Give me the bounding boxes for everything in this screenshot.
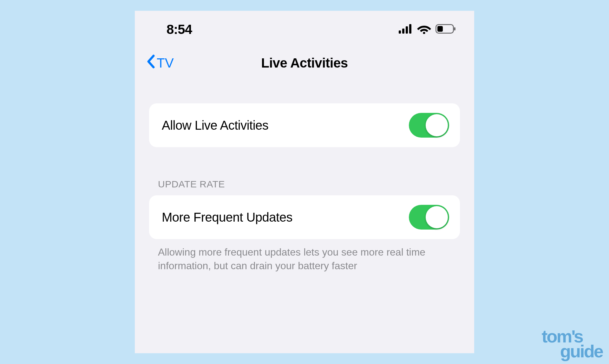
chevron-left-icon <box>146 55 155 72</box>
svg-rect-6 <box>437 26 443 32</box>
more-frequent-updates-toggle[interactable] <box>409 205 449 230</box>
page-title: Live Activities <box>135 55 474 71</box>
allow-live-activities-toggle[interactable] <box>409 113 449 138</box>
toggle-knob <box>426 114 448 136</box>
svg-rect-0 <box>399 30 401 34</box>
status-time: 8:54 <box>167 22 192 37</box>
wifi-icon <box>417 24 431 35</box>
row-label: More Frequent Updates <box>162 210 292 224</box>
allow-live-activities-row[interactable]: Allow Live Activities <box>149 103 460 147</box>
svg-rect-7 <box>454 27 455 30</box>
back-button[interactable]: TV <box>146 55 174 72</box>
more-frequent-updates-row[interactable]: More Frequent Updates <box>149 195 460 239</box>
settings-group: UPDATE RATE More Frequent Updates Allowi… <box>149 179 460 273</box>
cellular-icon <box>399 24 413 35</box>
row-label: Allow Live Activities <box>162 118 268 133</box>
svg-rect-3 <box>409 24 411 34</box>
navigation-bar: TV Live Activities <box>135 37 474 72</box>
group-header: UPDATE RATE <box>149 179 460 195</box>
content: Allow Live Activities UPDATE RATE More F… <box>135 72 474 273</box>
group-footer: Allowing more frequent updates lets you … <box>149 239 460 273</box>
toggle-knob <box>426 206 448 228</box>
status-bar: 8:54 <box>135 11 474 37</box>
settings-screen: 8:54 <box>135 11 474 353</box>
settings-group: Allow Live Activities <box>149 103 460 147</box>
back-label: TV <box>157 55 174 71</box>
watermark: tom's guide <box>542 329 603 359</box>
battery-icon <box>435 24 456 35</box>
svg-rect-1 <box>402 29 404 34</box>
svg-rect-2 <box>406 26 408 34</box>
svg-point-4 <box>423 32 425 34</box>
status-indicators <box>399 24 456 35</box>
